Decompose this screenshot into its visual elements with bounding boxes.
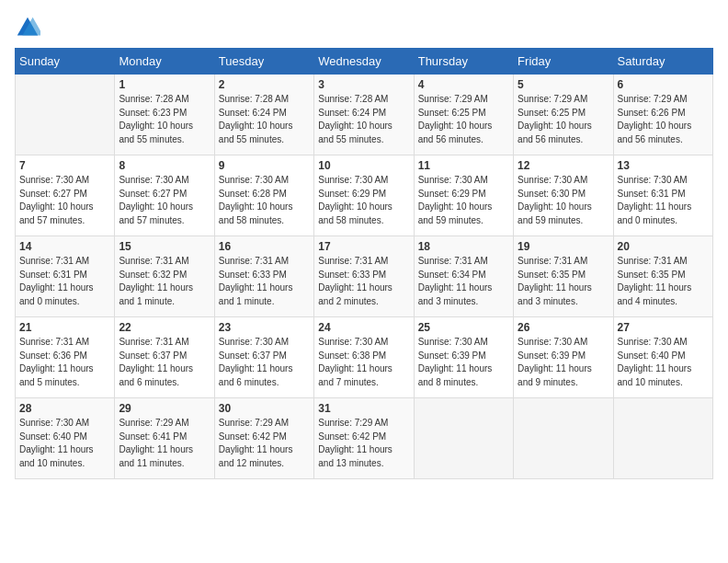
day-number: 26 — [518, 321, 609, 334]
day-number: 23 — [219, 321, 310, 334]
day-number: 10 — [318, 159, 409, 172]
calendar-cell — [613, 398, 712, 479]
day-info: Sunrise: 7:30 AM Sunset: 6:28 PM Dayligh… — [219, 174, 310, 227]
calendar-cell: 15Sunrise: 7:31 AM Sunset: 6:32 PM Dayli… — [115, 236, 214, 317]
calendar-cell: 2Sunrise: 7:28 AM Sunset: 6:24 PM Daylig… — [214, 75, 313, 155]
day-number: 24 — [318, 321, 409, 334]
day-number: 18 — [418, 240, 509, 253]
calendar-cell: 8Sunrise: 7:30 AM Sunset: 6:27 PM Daylig… — [115, 155, 214, 236]
calendar-cell: 25Sunrise: 7:30 AM Sunset: 6:39 PM Dayli… — [414, 317, 513, 398]
day-number: 3 — [318, 78, 409, 91]
weekday-header: Saturday — [613, 49, 712, 75]
day-info: Sunrise: 7:29 AM Sunset: 6:25 PM Dayligh… — [518, 93, 609, 146]
calendar-cell: 26Sunrise: 7:30 AM Sunset: 6:39 PM Dayli… — [514, 317, 613, 398]
day-info: Sunrise: 7:30 AM Sunset: 6:27 PM Dayligh… — [19, 174, 110, 227]
logo — [15, 15, 44, 40]
calendar-table: SundayMondayTuesdayWednesdayThursdayFrid… — [15, 48, 713, 479]
calendar-cell: 6Sunrise: 7:29 AM Sunset: 6:26 PM Daylig… — [613, 75, 712, 155]
calendar-body: 1Sunrise: 7:28 AM Sunset: 6:23 PM Daylig… — [16, 75, 713, 479]
day-info: Sunrise: 7:30 AM Sunset: 6:40 PM Dayligh… — [618, 336, 709, 389]
day-number: 31 — [318, 402, 409, 415]
calendar-cell: 27Sunrise: 7:30 AM Sunset: 6:40 PM Dayli… — [613, 317, 712, 398]
calendar-cell: 29Sunrise: 7:29 AM Sunset: 6:41 PM Dayli… — [115, 398, 214, 479]
day-info: Sunrise: 7:29 AM Sunset: 6:25 PM Dayligh… — [418, 93, 509, 146]
calendar-cell: 16Sunrise: 7:31 AM Sunset: 6:33 PM Dayli… — [214, 236, 313, 317]
page-header — [15, 15, 713, 40]
calendar-cell: 5Sunrise: 7:29 AM Sunset: 6:25 PM Daylig… — [514, 75, 613, 155]
day-info: Sunrise: 7:30 AM Sunset: 6:39 PM Dayligh… — [518, 336, 609, 389]
day-number: 12 — [518, 159, 609, 172]
day-info: Sunrise: 7:30 AM Sunset: 6:31 PM Dayligh… — [618, 174, 709, 227]
calendar-cell: 3Sunrise: 7:28 AM Sunset: 6:24 PM Daylig… — [314, 75, 414, 155]
weekday-header: Monday — [115, 49, 214, 75]
day-number: 16 — [219, 240, 310, 253]
day-number: 29 — [119, 402, 210, 415]
calendar-cell: 7Sunrise: 7:30 AM Sunset: 6:27 PM Daylig… — [16, 155, 115, 236]
calendar-week-row: 1Sunrise: 7:28 AM Sunset: 6:23 PM Daylig… — [16, 75, 713, 155]
day-info: Sunrise: 7:31 AM Sunset: 6:37 PM Dayligh… — [119, 336, 210, 389]
calendar-cell: 17Sunrise: 7:31 AM Sunset: 6:33 PM Dayli… — [314, 236, 414, 317]
day-number: 1 — [119, 78, 210, 91]
calendar-week-row: 7Sunrise: 7:30 AM Sunset: 6:27 PM Daylig… — [16, 155, 713, 236]
day-number: 2 — [219, 78, 310, 91]
calendar-header: SundayMondayTuesdayWednesdayThursdayFrid… — [16, 49, 713, 75]
calendar-cell — [16, 75, 115, 155]
day-number: 30 — [219, 402, 310, 415]
day-number: 6 — [618, 78, 709, 91]
day-info: Sunrise: 7:30 AM Sunset: 6:29 PM Dayligh… — [418, 174, 509, 227]
day-number: 21 — [19, 321, 110, 334]
day-info: Sunrise: 7:28 AM Sunset: 6:24 PM Dayligh… — [219, 93, 310, 146]
calendar-cell: 12Sunrise: 7:30 AM Sunset: 6:30 PM Dayli… — [514, 155, 613, 236]
day-info: Sunrise: 7:31 AM Sunset: 6:32 PM Dayligh… — [119, 255, 210, 308]
calendar-week-row: 14Sunrise: 7:31 AM Sunset: 6:31 PM Dayli… — [16, 236, 713, 317]
weekday-header: Wednesday — [314, 49, 414, 75]
day-info: Sunrise: 7:30 AM Sunset: 6:40 PM Dayligh… — [19, 417, 110, 470]
calendar-cell: 21Sunrise: 7:31 AM Sunset: 6:36 PM Dayli… — [16, 317, 115, 398]
calendar-cell: 18Sunrise: 7:31 AM Sunset: 6:34 PM Dayli… — [414, 236, 513, 317]
day-number: 25 — [418, 321, 509, 334]
header-row: SundayMondayTuesdayWednesdayThursdayFrid… — [16, 49, 713, 75]
day-info: Sunrise: 7:30 AM Sunset: 6:27 PM Dayligh… — [119, 174, 210, 227]
day-number: 13 — [618, 159, 709, 172]
day-number: 27 — [618, 321, 709, 334]
calendar-cell: 22Sunrise: 7:31 AM Sunset: 6:37 PM Dayli… — [115, 317, 214, 398]
day-info: Sunrise: 7:31 AM Sunset: 6:35 PM Dayligh… — [518, 255, 609, 308]
calendar-cell: 9Sunrise: 7:30 AM Sunset: 6:28 PM Daylig… — [214, 155, 313, 236]
day-number: 28 — [19, 402, 110, 415]
weekday-header: Sunday — [16, 49, 115, 75]
day-number: 17 — [318, 240, 409, 253]
weekday-header: Friday — [514, 49, 613, 75]
day-number: 5 — [518, 78, 609, 91]
calendar-cell: 11Sunrise: 7:30 AM Sunset: 6:29 PM Dayli… — [414, 155, 513, 236]
day-info: Sunrise: 7:31 AM Sunset: 6:33 PM Dayligh… — [219, 255, 310, 308]
day-number: 11 — [418, 159, 509, 172]
calendar-cell: 24Sunrise: 7:30 AM Sunset: 6:38 PM Dayli… — [314, 317, 414, 398]
calendar-cell: 19Sunrise: 7:31 AM Sunset: 6:35 PM Dayli… — [514, 236, 613, 317]
day-info: Sunrise: 7:31 AM Sunset: 6:34 PM Dayligh… — [418, 255, 509, 308]
day-info: Sunrise: 7:30 AM Sunset: 6:30 PM Dayligh… — [518, 174, 609, 227]
day-info: Sunrise: 7:30 AM Sunset: 6:38 PM Dayligh… — [318, 336, 409, 389]
day-number: 9 — [219, 159, 310, 172]
calendar-cell: 30Sunrise: 7:29 AM Sunset: 6:42 PM Dayli… — [214, 398, 313, 479]
calendar-cell: 20Sunrise: 7:31 AM Sunset: 6:35 PM Dayli… — [613, 236, 712, 317]
day-info: Sunrise: 7:29 AM Sunset: 6:42 PM Dayligh… — [219, 417, 310, 470]
day-info: Sunrise: 7:30 AM Sunset: 6:29 PM Dayligh… — [318, 174, 409, 227]
day-info: Sunrise: 7:29 AM Sunset: 6:26 PM Dayligh… — [618, 93, 709, 146]
calendar-cell: 31Sunrise: 7:29 AM Sunset: 6:42 PM Dayli… — [314, 398, 414, 479]
calendar-week-row: 28Sunrise: 7:30 AM Sunset: 6:40 PM Dayli… — [16, 398, 713, 479]
day-info: Sunrise: 7:31 AM Sunset: 6:33 PM Dayligh… — [318, 255, 409, 308]
calendar-cell: 14Sunrise: 7:31 AM Sunset: 6:31 PM Dayli… — [16, 236, 115, 317]
day-number: 7 — [19, 159, 110, 172]
day-number: 19 — [518, 240, 609, 253]
day-info: Sunrise: 7:31 AM Sunset: 6:35 PM Dayligh… — [618, 255, 709, 308]
day-info: Sunrise: 7:29 AM Sunset: 6:41 PM Dayligh… — [119, 417, 210, 470]
day-number: 15 — [119, 240, 210, 253]
calendar-week-row: 21Sunrise: 7:31 AM Sunset: 6:36 PM Dayli… — [16, 317, 713, 398]
day-info: Sunrise: 7:28 AM Sunset: 6:23 PM Dayligh… — [119, 93, 210, 146]
weekday-header: Thursday — [414, 49, 513, 75]
day-info: Sunrise: 7:31 AM Sunset: 6:31 PM Dayligh… — [19, 255, 110, 308]
day-number: 8 — [119, 159, 210, 172]
day-info: Sunrise: 7:30 AM Sunset: 6:37 PM Dayligh… — [219, 336, 310, 389]
weekday-header: Tuesday — [214, 49, 313, 75]
calendar-cell: 10Sunrise: 7:30 AM Sunset: 6:29 PM Dayli… — [314, 155, 414, 236]
